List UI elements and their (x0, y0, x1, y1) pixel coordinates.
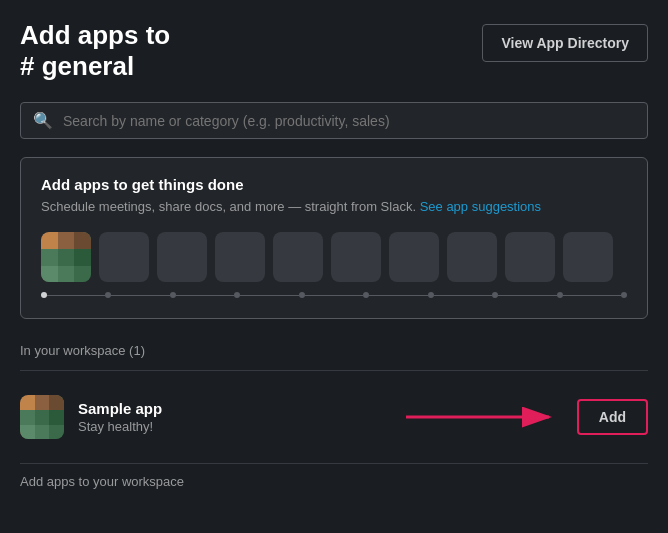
dot-connector-5 (369, 295, 427, 296)
header: Add apps to # general View App Directory (20, 20, 648, 82)
workspace-section-title: In your workspace (1) (20, 343, 648, 358)
dot-connector-6 (434, 295, 492, 296)
dot-connector-4 (305, 295, 363, 296)
arrow-annotation (401, 402, 561, 432)
search-bar-container: 🔍 (20, 102, 648, 139)
featured-app-icon-7[interactable] (447, 232, 497, 282)
arrow-icon (401, 402, 561, 432)
workspace-section: In your workspace (1) Sample app (20, 343, 648, 449)
app-item-name: Sample app (78, 400, 401, 417)
app-item-icon (20, 395, 64, 439)
add-button[interactable]: Add (577, 399, 648, 435)
page-title: Add apps to # general (20, 20, 170, 82)
featured-subtitle-text: Schedule meetings, share docs, and more … (41, 199, 416, 214)
dot-connector-7 (498, 295, 556, 296)
dot-connector-0 (47, 295, 105, 296)
app-item-info: Sample app Stay healthy! (78, 400, 401, 434)
featured-app-icon-1[interactable] (99, 232, 149, 282)
featured-title: Add apps to get things done (41, 176, 627, 193)
featured-subtitle: Schedule meetings, share docs, and more … (41, 199, 627, 214)
featured-app-icon-6[interactable] (389, 232, 439, 282)
app-item-description: Stay healthy! (78, 419, 401, 434)
search-icon: 🔍 (33, 111, 53, 130)
workspace-divider (20, 370, 648, 371)
featured-app-icon-9[interactable] (563, 232, 613, 282)
see-app-suggestions-link[interactable]: See app suggestions (420, 199, 541, 214)
featured-app-icon-3[interactable] (215, 232, 265, 282)
page-title-line2: # general (20, 51, 170, 82)
app-carousel (41, 232, 627, 282)
featured-app-icon-2[interactable] (157, 232, 207, 282)
carousel-dots (41, 292, 627, 298)
dot-connector-1 (111, 295, 169, 296)
add-apps-label: Add apps to your workspace (20, 474, 648, 489)
featured-app-icon-8[interactable] (505, 232, 555, 282)
view-app-directory-button[interactable]: View App Directory (482, 24, 648, 62)
dot-connector-3 (240, 295, 298, 296)
dot-connector-8 (563, 295, 621, 296)
carousel-dot-9 (621, 292, 627, 298)
featured-app-icon-5[interactable] (331, 232, 381, 282)
search-input[interactable] (63, 113, 635, 129)
bottom-divider (20, 463, 648, 464)
app-list-item: Sample app Stay healthy! Add (20, 385, 648, 449)
page-title-line1: Add apps to (20, 20, 170, 51)
dot-connector-2 (176, 295, 234, 296)
featured-app-icon-4[interactable] (273, 232, 323, 282)
featured-card: Add apps to get things done Schedule mee… (20, 157, 648, 319)
page-container: Add apps to # general View App Directory… (0, 0, 668, 509)
featured-app-icon-0[interactable] (41, 232, 91, 282)
